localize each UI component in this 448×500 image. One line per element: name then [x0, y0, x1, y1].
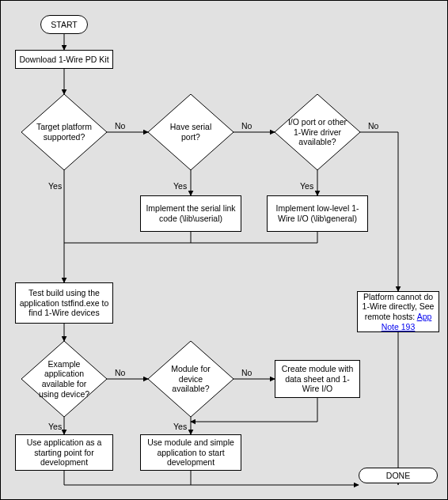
process-use-application-starting-point: Use application as a starting point for …	[15, 434, 113, 471]
process-use-module-simple-app: Use module and simple application to sta…	[140, 434, 241, 471]
process-test-build-tstfind: Test build using the application tstfind…	[15, 282, 113, 324]
edge-label-no: No	[241, 121, 252, 131]
edge-label-yes: Yes	[173, 422, 187, 431]
process-create-module: Create module with data sheet and 1-Wire…	[275, 360, 360, 398]
terminator-done: DONE	[359, 468, 438, 483]
process-download-kit: Download 1-Wire PD Kit	[15, 50, 113, 69]
decision-text: I/O port or other 1-Wire driver availabl…	[275, 94, 360, 170]
process-remote-hosts-note: Platform cannot do 1-Wire directly, See …	[357, 291, 439, 332]
decision-target-platform-supported: Target platform supported?	[21, 94, 107, 170]
edge-label-yes: Yes	[48, 181, 62, 191]
decision-text: Target platform supported?	[21, 94, 107, 170]
edge-label-no: No	[115, 368, 125, 377]
decision-example-application-available: Example application available for using …	[21, 341, 107, 417]
terminator-start: START	[40, 15, 88, 34]
decision-have-serial-port: Have serial port?	[148, 94, 233, 170]
decision-text: Module for device available?	[148, 341, 233, 417]
flowchart-canvas: START Download 1-Wire PD Kit Target plat…	[0, 0, 448, 500]
edge-label-yes: Yes	[300, 181, 313, 191]
edge-label-no: No	[241, 368, 252, 377]
flowchart-connectors	[1, 1, 448, 500]
edge-label-yes: Yes	[48, 422, 62, 431]
decision-text: Have serial port?	[148, 94, 233, 170]
edge-label-no: No	[368, 121, 378, 131]
decision-io-port-available: I/O port or other 1-Wire driver availabl…	[275, 94, 360, 170]
decision-text: Example application available for using …	[21, 341, 107, 417]
edge-label-yes: Yes	[173, 181, 187, 191]
edge-label-no: No	[115, 121, 125, 131]
process-implement-serial-link: Implement the serial link code (\lib\use…	[140, 195, 241, 232]
process-implement-low-level-io: Implement low-level 1-Wire I/O (\lib\gen…	[267, 195, 368, 232]
decision-module-available: Module for device available?	[148, 341, 233, 417]
